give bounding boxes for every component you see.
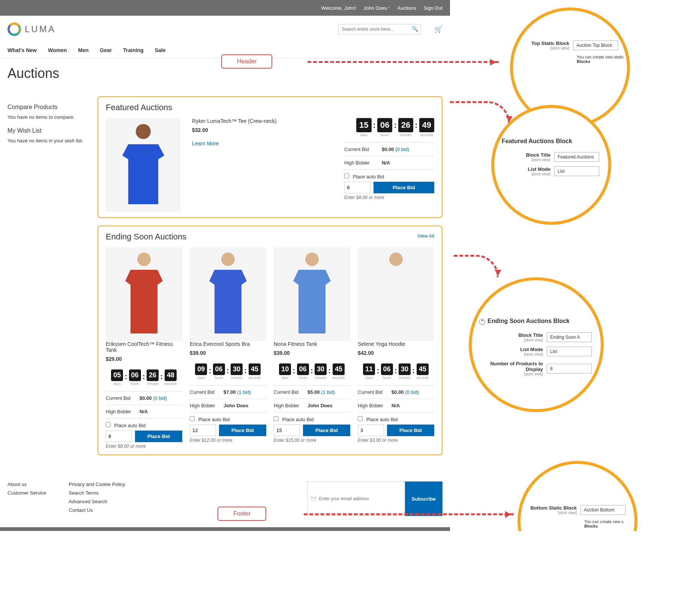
featured-auctions-block: Featured Auctions Ryker LumaTech™ Tee (C…: [98, 96, 442, 218]
nav-item[interactable]: Training: [123, 43, 143, 58]
auto-bid-checkbox[interactable]: Place auto Bid: [106, 423, 146, 428]
nav-item[interactable]: Sale: [155, 43, 166, 58]
search-icon[interactable]: 🔍: [412, 26, 418, 32]
nav-item[interactable]: Gear: [100, 43, 112, 58]
footer-link[interactable]: Advanced Search: [69, 499, 125, 504]
admin-input[interactable]: Featured Auctions: [554, 152, 599, 162]
footer-link[interactable]: Contact Us: [69, 507, 125, 513]
product-name[interactable]: Erikssen CoolTech™ Fitness Tank: [106, 341, 182, 353]
curve-arrow-icon: [450, 101, 510, 124]
nav-item[interactable]: Women: [48, 43, 67, 58]
admin-input[interactable]: Ending Soon A: [547, 332, 592, 342]
logo[interactable]: LUMA: [8, 22, 56, 36]
bid-hint: Enter $12.00 or more: [190, 438, 266, 443]
product-price: $39.00: [274, 350, 350, 356]
product-image[interactable]: [106, 118, 181, 212]
product-image[interactable]: [106, 247, 182, 341]
newsletter-input[interactable]: [308, 481, 405, 516]
admin-input[interactable]: Auction Top Block: [573, 40, 618, 50]
cart-icon[interactable]: 🛒: [434, 25, 442, 33]
compare-empty: You have no items to compare.: [8, 114, 90, 120]
sidebar: Compare Products You have no items to co…: [8, 96, 90, 463]
header: LUMA 🔍 🛒: [0, 16, 450, 43]
auto-bid-checkbox[interactable]: Place auto Bid: [190, 417, 230, 422]
collapse-icon[interactable]: ⌃: [479, 319, 485, 325]
footer-link[interactable]: Customer Service: [8, 490, 46, 496]
logo-text: LUMA: [25, 24, 56, 34]
welcome-text: Welcome, John!: [321, 5, 356, 11]
wishlist-heading: My Wish List: [8, 127, 90, 134]
admin-select[interactable]: List: [554, 166, 599, 176]
product-price: $32.00: [192, 127, 333, 133]
admin-select[interactable]: List: [547, 347, 592, 356]
ending-soon-block: Ending Soon Auctions View All Erikssen C…: [98, 226, 442, 455]
countdown-timer: 09days: 06hours: 30minutes: 45seconds: [190, 363, 266, 380]
bid-amount-input[interactable]: [274, 425, 300, 436]
auto-bid-checkbox[interactable]: Place auto Bid: [344, 174, 384, 179]
bottom-bar: [0, 527, 450, 531]
footer-annotation: Footer: [218, 507, 266, 521]
product-name[interactable]: Ryker LumaTech™ Tee (Crew-neck): [192, 118, 333, 124]
learn-more-link[interactable]: Learn More: [192, 141, 219, 147]
admin-input[interactable]: 8: [547, 364, 592, 374]
svg-point-1: [137, 253, 151, 266]
product-image[interactable]: [274, 247, 350, 341]
subscribe-button[interactable]: Subscribe: [405, 481, 442, 516]
footer-link[interactable]: Search Terms: [69, 490, 125, 496]
bid-amount-input[interactable]: [190, 425, 216, 436]
admin-featured-circle: Featured Auctions Block Block Title[stor…: [491, 105, 611, 225]
bid-hint: Enter $8.00 or more: [106, 444, 182, 449]
nav-item[interactable]: What's New: [8, 43, 37, 58]
bid-amount-input[interactable]: [344, 182, 370, 193]
place-bid-button[interactable]: Place Bid: [135, 431, 182, 442]
footer-link[interactable]: Privacy and Cookie Policy: [69, 481, 125, 487]
bid-amount-input[interactable]: [358, 425, 384, 436]
auto-bid-checkbox[interactable]: Place auto Bid: [274, 417, 314, 422]
bid-count-link[interactable]: (1 bid): [237, 389, 251, 395]
bid-count-link[interactable]: (0 bid): [405, 389, 419, 395]
view-all-link[interactable]: View All: [417, 233, 434, 239]
wishlist-empty: You have no items in your wish list.: [8, 138, 90, 144]
product-name[interactable]: Selene Yoga Hoodie: [358, 341, 434, 347]
place-bid-button[interactable]: Place Bid: [374, 182, 434, 193]
topbar: Welcome, John! John Does Auctions Sign O…: [0, 0, 450, 16]
curve-arrow-icon: [454, 255, 499, 277]
nav-item[interactable]: Men: [78, 43, 88, 58]
featured-title: Featured Auctions: [106, 103, 434, 112]
product-image[interactable]: [358, 247, 434, 341]
logo-icon: [8, 22, 21, 36]
arrow-icon: [304, 513, 514, 515]
signout-link[interactable]: Sign Out: [423, 5, 442, 11]
auction-grid-item: Selene Yoga Hoodie $42.00 11days: 06hour…: [358, 247, 434, 449]
place-bid-button[interactable]: Place Bid: [387, 425, 434, 436]
bid-amount-input[interactable]: [106, 431, 132, 442]
auction-grid-item: Erica Evercool Sports Bra $39.00 09days:…: [190, 247, 266, 449]
product-price: $39.00: [190, 350, 266, 356]
bid-count-link[interactable]: (1 bid): [321, 389, 335, 395]
admin-bottom-static-circle: Bottom Static Block[store view] Auction …: [518, 461, 638, 531]
bid-count-link[interactable]: (0 bid): [395, 147, 409, 152]
compare-heading: Compare Products: [8, 104, 90, 111]
auction-grid-item: Nona Fitness Tank $39.00 10days: 06hours…: [274, 247, 350, 449]
product-image[interactable]: [190, 247, 266, 341]
admin-input[interactable]: Auction Bottom: [580, 505, 626, 515]
svg-point-3: [305, 253, 319, 266]
product-price: $42.00: [358, 350, 434, 356]
svg-point-0: [136, 124, 151, 139]
product-name[interactable]: Erica Evercool Sports Bra: [190, 341, 266, 347]
bid-count-link[interactable]: (0 bid): [153, 395, 167, 401]
place-bid-button[interactable]: Place Bid: [303, 425, 350, 436]
bid-hint: Enter $15.00 or more: [274, 438, 350, 443]
footer-link[interactable]: About us: [8, 481, 46, 487]
user-menu[interactable]: John Does: [364, 5, 390, 11]
auto-bid-checkbox[interactable]: Place auto Bid: [358, 417, 398, 422]
bid-hint: Enter $8.00 or more: [344, 195, 434, 200]
arrow-icon: [308, 61, 499, 63]
countdown-timer: 15days: 06hours: 26minutes: 49seconds: [344, 118, 434, 137]
place-bid-button[interactable]: Place Bid: [219, 425, 266, 436]
search-input[interactable]: [338, 24, 421, 34]
auctions-link[interactable]: Auctions: [398, 5, 416, 11]
product-price: $29.00: [106, 356, 182, 362]
countdown-timer: 10days: 06hours: 30minutes: 45seconds: [274, 363, 350, 380]
product-name[interactable]: Nona Fitness Tank: [274, 341, 350, 347]
